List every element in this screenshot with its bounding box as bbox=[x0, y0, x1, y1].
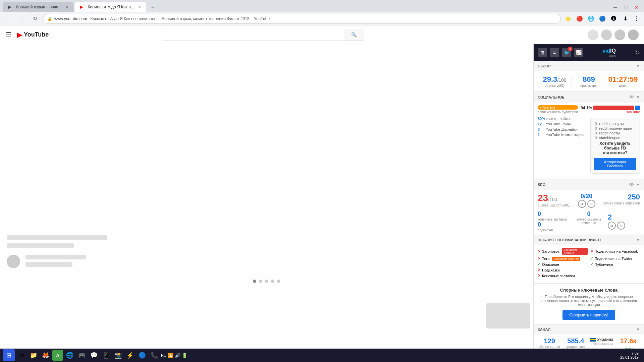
reddit-comments-num: 0 bbox=[594, 126, 598, 130]
yt-comments-stat: 1 YouTube Комментарии bbox=[538, 133, 588, 137]
vidiq-grid-icon[interactable]: ⊞ bbox=[538, 48, 547, 57]
tab-2-close[interactable]: ✕ bbox=[138, 5, 141, 9]
maximize-button[interactable]: □ bbox=[621, 3, 631, 12]
video-thumbnail-placeholder bbox=[486, 303, 530, 328]
checklist-description: ✓ Описание bbox=[538, 262, 588, 266]
endcards-status: ✕ bbox=[538, 274, 541, 278]
stumbleupon-label: stumbleupon bbox=[599, 136, 621, 140]
system-tray: RU 🔼 🔊 🔋 bbox=[161, 353, 187, 358]
vidiq-logo-vid: vid bbox=[602, 48, 610, 54]
tray-sound: 🔊 bbox=[175, 353, 180, 358]
tab-2[interactable]: ▶ Космос от А до Я Как в... ✕ bbox=[74, 2, 146, 12]
dot-4[interactable] bbox=[271, 280, 274, 283]
user-avatar-1[interactable] bbox=[588, 29, 598, 40]
user-avatar-3[interactable] bbox=[614, 29, 625, 40]
social-stats-row: 80% коэфф. лайков 12 YouTube Лайки 3 You… bbox=[538, 117, 640, 174]
taskbar-gaming[interactable]: 🎮 bbox=[76, 350, 87, 361]
start-button[interactable]: ⊞ bbox=[3, 349, 15, 361]
duration-value: 01:27:59 bbox=[606, 75, 640, 84]
checklist-section-header[interactable]: ЧЕК-ЛИСТ ОПТИМИЗАЦИИ ВИДЕО ▼ bbox=[534, 235, 644, 245]
taskbar-whatsapp[interactable]: 📞 bbox=[149, 350, 160, 361]
country-name: Украина bbox=[597, 337, 613, 342]
youtube-logo[interactable]: ▶ YouTube bbox=[17, 31, 49, 39]
vidiq-logo-block: vidIQ basic bbox=[602, 48, 616, 57]
desc-links-num: 0 bbox=[573, 210, 605, 218]
ext-icon-2[interactable]: 🔴 bbox=[575, 14, 584, 23]
dot-3[interactable] bbox=[265, 280, 268, 283]
vidiq-twitter-icon[interactable]: 🐦 0 bbox=[562, 48, 571, 57]
seo-circle-1: ◑ bbox=[578, 200, 586, 208]
channel-body: 129 общее кол-во просмотров 585.4 средне… bbox=[534, 335, 644, 349]
social-section-header[interactable]: СОЦИАЛЬНОЕ 👁 ▼ bbox=[534, 92, 644, 103]
search-input[interactable] bbox=[163, 29, 344, 41]
endcards-block: 0 конечные заставки 0 подсказки bbox=[538, 210, 570, 232]
info-bar-1 bbox=[25, 255, 86, 259]
dot-2[interactable] bbox=[259, 280, 262, 283]
tags-label: Теги bbox=[542, 257, 549, 261]
dot-5[interactable] bbox=[277, 280, 280, 283]
back-button[interactable]: ← bbox=[3, 13, 13, 24]
ext-icon-5[interactable]: 🅘 bbox=[609, 14, 619, 23]
close-window-button[interactable]: ✕ bbox=[632, 3, 641, 12]
user-avatar-4[interactable] bbox=[628, 29, 639, 40]
ch-total-val: 129 bbox=[538, 337, 561, 345]
seo-eye-icon[interactable]: 👁 bbox=[629, 182, 634, 187]
new-tab-button[interactable]: + bbox=[148, 3, 158, 12]
hamburger-menu-button[interactable]: ☰ bbox=[5, 31, 11, 39]
reddit-comments-label: reddit комментарии bbox=[599, 126, 632, 130]
ext-icon-6[interactable]: ⬇ bbox=[621, 14, 630, 23]
ext-icon-4[interactable]: 🔵 bbox=[598, 14, 607, 23]
taskbar-files[interactable]: 🗂 bbox=[16, 350, 27, 361]
social-eye-icon[interactable]: 👁 bbox=[629, 95, 634, 100]
user-avatar-2[interactable] bbox=[601, 29, 612, 40]
reddit-posts-num: 0 bbox=[594, 131, 598, 135]
facebook-label: Поделились на Facebook bbox=[595, 249, 638, 253]
forward-button[interactable]: → bbox=[16, 13, 27, 24]
vidiq-list-icon[interactable]: ≡ bbox=[550, 48, 559, 57]
yt-comments-label: YouTube Комментарии bbox=[546, 133, 585, 137]
reddit-upvotes-num: 0 bbox=[594, 122, 598, 126]
taskbar-camera[interactable]: 📸 bbox=[113, 350, 123, 361]
seo-score-value-row: 23/100 bbox=[538, 193, 570, 203]
tab-1[interactable]: ▶ большой взрыв – нача... ✕ bbox=[3, 2, 74, 12]
taskbar-fox[interactable]: 🦊 bbox=[40, 350, 51, 361]
subscribe-button[interactable]: Оформить подписку! bbox=[562, 310, 615, 320]
overview-section-header[interactable]: ОБЗОР ▼ bbox=[534, 61, 644, 71]
refresh-button[interactable]: ↻ bbox=[30, 13, 40, 24]
search-button[interactable]: 🔍 bbox=[344, 29, 364, 41]
avatar-placeholder bbox=[7, 255, 20, 268]
public-status: ✓ bbox=[590, 262, 593, 266]
tab-1-close[interactable]: ✕ bbox=[66, 5, 68, 9]
seo-section-header[interactable]: SEO 👁 ▼ bbox=[534, 179, 644, 190]
seo-bottom-row: 0 конечные заставки 0 подсказки 0 кол-во… bbox=[538, 210, 640, 232]
vidiq-header-arrow[interactable]: ↻ bbox=[635, 49, 640, 56]
ch-daily-label: среднее кол-во просм. в день bbox=[564, 345, 587, 349]
reddit-upvotes-label: reddit апвоуты bbox=[599, 122, 624, 126]
address-input[interactable]: 🔒 www.youtube.com Космос от А до Я Как в… bbox=[43, 14, 561, 24]
ext-icon-1[interactable]: ⭐ bbox=[564, 14, 573, 23]
vidiq-analytics-icon[interactable]: 📈 bbox=[574, 48, 583, 57]
minimize-button[interactable]: ─ bbox=[610, 3, 620, 12]
seo-score-num: 23 bbox=[538, 193, 548, 203]
checklist-cards: ✕ Подсказки bbox=[538, 268, 588, 272]
taskbar-phone[interactable]: 📱 bbox=[101, 350, 111, 361]
checklist-title: ✕ Заголовок Слишком длинно bbox=[538, 248, 588, 255]
fb-auth-button[interactable]: Авторизация Facebook bbox=[594, 158, 637, 170]
taskbar-blue[interactable]: 🔵 bbox=[137, 350, 148, 361]
browser-menu-button[interactable]: ⋮ bbox=[632, 14, 641, 23]
dot-1[interactable] bbox=[253, 280, 256, 283]
taskbar-a[interactable]: A bbox=[52, 350, 63, 361]
taskbar-chrome[interactable]: 🌐 bbox=[64, 350, 75, 361]
cards-label: подсказки bbox=[538, 228, 570, 232]
channel-section-header[interactable]: КАНАЛ ▼ bbox=[534, 324, 644, 335]
taskbar-lightning[interactable]: ⚡ bbox=[125, 350, 136, 361]
channel-arrow: ▼ bbox=[636, 327, 640, 332]
taskbar-folder[interactable]: 📁 bbox=[28, 350, 39, 361]
ext-icon-3[interactable]: 🌐 bbox=[586, 14, 596, 23]
duration-stat: 01:27:59 длит. bbox=[606, 75, 640, 87]
cards-label-text: Подсказки bbox=[542, 268, 560, 272]
info-bar-2 bbox=[25, 262, 72, 267]
taskbar-skype[interactable]: 💬 bbox=[89, 350, 99, 361]
desc-links-label: кол-во ссылок в описании bbox=[573, 218, 605, 225]
keywords-section: Спорные ключевые слова Приобретите Pro п… bbox=[534, 284, 644, 324]
